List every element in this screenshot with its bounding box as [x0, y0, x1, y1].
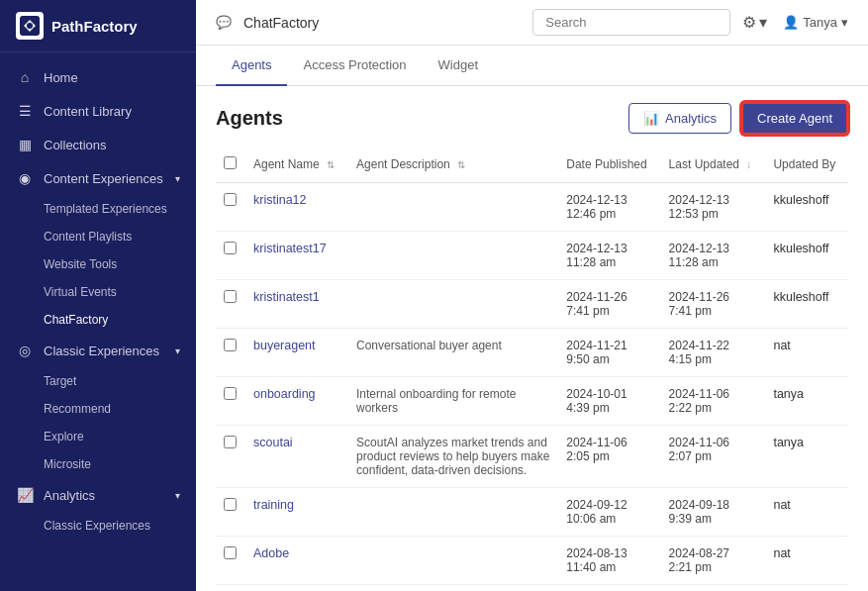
sidebar-sub-chatfactory[interactable]: ChatFactory — [0, 306, 196, 334]
agent-name-cell: kristinatest17 — [245, 232, 348, 280]
header-actions: 📊 Analytics Create Agent — [628, 102, 848, 135]
chevron-down-icon: ▾ — [175, 490, 180, 501]
search-input[interactable] — [532, 9, 730, 36]
last-updated-cell: 2024-08-27 2:21 pm — [661, 537, 766, 585]
user-name: Tanya — [803, 15, 837, 30]
sidebar-sub-templated[interactable]: Templated Experiences — [0, 195, 196, 223]
analytics-button[interactable]: 📊 Analytics — [628, 103, 731, 134]
sidebar-sub-recommend[interactable]: Recommend — [0, 395, 196, 423]
page-content: Agents 📊 Analytics Create Agent Agent Na… — [196, 86, 868, 591]
updated-by-cell — [765, 585, 848, 592]
date-published-cell: 2024-11-06 2:05 pm — [558, 426, 660, 488]
sidebar-item-home[interactable]: ⌂ Home — [0, 60, 196, 94]
last-updated-cell: 2024-12-13 12:53 pm — [661, 183, 766, 232]
last-updated-cell: 2024-11-06 2:22 pm — [661, 377, 766, 426]
last-updated-cell: 2024-09-18 9:39 am — [661, 488, 766, 537]
agent-desc-cell: Conversational buyer agent — [348, 329, 558, 377]
sidebar-nav: ⌂ Home ☰ Content Library ▦ Collections ◉… — [0, 52, 196, 591]
topbar: 💬 ChatFactory ⚙ ▾ 👤 Tanya ▾ — [196, 0, 868, 46]
sidebar-sub-virtual-events[interactable]: Virtual Events — [0, 278, 196, 306]
updated-by-cell: nat — [765, 537, 848, 585]
updated-by-cell: nat — [765, 488, 848, 537]
agent-name-cell: onboarding — [245, 377, 348, 426]
last-updated-cell: 2024-11-26 7:41 pm — [661, 280, 766, 329]
updated-by-cell: kkuleshoff — [765, 280, 848, 329]
sort-icon[interactable]: ⇅ — [327, 159, 335, 170]
table-row: buyeragent Conversational buyer agent 20… — [216, 329, 848, 377]
chevron-down-icon: ▾ — [175, 173, 180, 184]
user-icon: 👤 — [783, 15, 799, 30]
search-container — [532, 9, 730, 36]
table-row: kristinatest17 2024-12-13 11:28 am 2024-… — [216, 232, 848, 280]
user-menu[interactable]: 👤 Tanya ▾ — [783, 15, 848, 30]
settings-button[interactable]: ⚙ ▾ — [742, 13, 767, 32]
last-updated-cell: 2024-11-22 4:15 pm — [661, 329, 766, 377]
sidebar-item-content-experiences[interactable]: ◉ Content Experiences ▾ — [0, 161, 196, 195]
sidebar-item-label: Classic Experiences — [44, 344, 159, 358]
agents-table: Agent Name ⇅ Agent Description ⇅ Date Pu… — [216, 147, 848, 591]
sidebar-sub-explore[interactable]: Explore — [0, 423, 196, 450]
tab-agents[interactable]: Agents — [216, 46, 287, 86]
create-agent-button[interactable]: Create Agent — [741, 102, 848, 135]
svg-point-1 — [27, 23, 33, 29]
logo-icon — [16, 12, 44, 40]
row-checkbox[interactable] — [224, 498, 237, 511]
sidebar-sub-classic-exp-analytics[interactable]: Classic Experiences — [0, 512, 196, 540]
main-content: 💬 ChatFactory ⚙ ▾ 👤 Tanya ▾ Agents Acces… — [196, 0, 868, 591]
chevron-down-icon: ▾ — [175, 345, 180, 356]
date-published-cell: 2024-12-13 11:28 am — [558, 232, 660, 280]
last-updated-cell: 2024-12-13 11:28 am — [661, 232, 766, 280]
agent-name-cell: kristinatest1 — [245, 280, 348, 329]
updated-by-cell: tanya — [765, 426, 848, 488]
select-all-checkbox[interactable] — [224, 156, 237, 169]
sidebar-sub-target[interactable]: Target — [0, 367, 196, 395]
row-checkbox[interactable] — [224, 193, 237, 206]
agent-desc-cell — [348, 537, 558, 585]
topbar-actions: ⚙ ▾ 👤 Tanya ▾ — [742, 13, 848, 32]
agent-desc-cell — [348, 280, 558, 329]
updated-by-cell: kkuleshoff — [765, 183, 848, 232]
table-row: scoutai ScoutAI analyzes market trends a… — [216, 426, 848, 488]
col-updated-by: Updated By — [765, 147, 848, 183]
analytics-icon: 📈 — [16, 487, 34, 503]
sidebar-item-classic-experiences[interactable]: ◎ Classic Experiences ▾ — [0, 334, 196, 367]
sidebar-sub-website-tools[interactable]: Website Tools — [0, 250, 196, 278]
sidebar-item-content-library[interactable]: ☰ Content Library — [0, 94, 196, 128]
agent-desc-cell — [348, 183, 558, 232]
sort-icon[interactable]: ⇅ — [457, 159, 465, 170]
sort-icon-last-updated[interactable]: ↓ — [746, 159, 751, 170]
date-published-cell: 2024-10-01 4:39 pm — [558, 377, 660, 426]
date-published-cell: 2024-12-13 12:46 pm — [558, 183, 660, 232]
tab-access-protection[interactable]: Access Protection — [287, 46, 422, 86]
sidebar-item-label: Content Library — [44, 104, 132, 119]
tab-widget[interactable]: Widget — [423, 46, 494, 86]
sidebar-sub-playlists[interactable]: Content Playlists — [0, 223, 196, 250]
content-experiences-icon: ◉ — [16, 170, 34, 186]
sidebar-item-analytics[interactable]: 📈 Analytics ▾ — [0, 478, 196, 512]
last-updated-cell: 2024-11-06 2:07 pm — [661, 426, 766, 488]
updated-by-cell: nat — [765, 329, 848, 377]
row-checkbox[interactable] — [224, 290, 237, 303]
sidebar-item-collections[interactable]: ▦ Collections — [0, 128, 196, 161]
agent-name-cell: training — [245, 488, 348, 537]
date-published-cell: 2024-09-12 10:06 am — [558, 488, 660, 537]
updated-by-cell: tanya — [765, 377, 848, 426]
row-checkbox[interactable] — [224, 339, 237, 351]
sidebar-item-label: Analytics — [44, 488, 95, 503]
page-header: Agents 📊 Analytics Create Agent — [196, 86, 868, 147]
row-checkbox[interactable] — [224, 387, 237, 400]
tabs-nav: Agents Access Protection Widget — [196, 46, 868, 86]
agent-desc-cell: Internal onboarding for remote workers — [348, 377, 558, 426]
col-agent-name: Agent Name ⇅ — [245, 147, 348, 183]
table-row: kristina12 2024-12-13 12:46 pm 2024-12-1… — [216, 183, 848, 232]
agent-desc-cell: ScoutAI analyzes market trends and produ… — [348, 426, 558, 488]
row-checkbox[interactable] — [224, 436, 237, 448]
row-checkbox[interactable] — [224, 242, 237, 254]
agent-name-cell: kristina12 — [245, 183, 348, 232]
sidebar-sub-microsite[interactable]: Microsite — [0, 450, 196, 478]
sidebar-item-label: Home — [44, 70, 78, 85]
row-checkbox[interactable] — [224, 546, 237, 559]
sidebar-item-label: Collections — [44, 138, 107, 152]
chart-icon: 📊 — [643, 111, 659, 126]
home-icon: ⌂ — [16, 69, 34, 85]
